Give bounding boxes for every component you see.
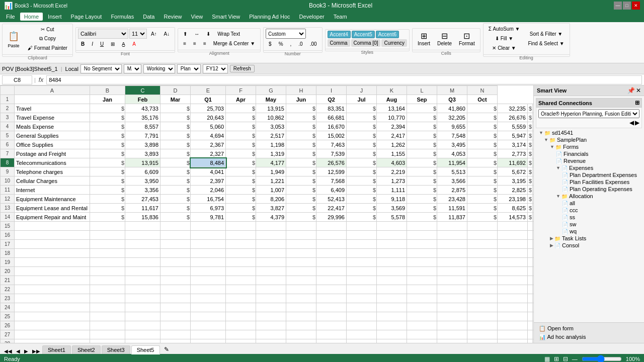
cell-sym-1-20[interactable] [160, 267, 191, 276]
cell-sym-5-19[interactable] [407, 258, 437, 267]
connection-dropdown[interactable]: Oracle® Hyperion Planning, Fusion Editio… [538, 109, 639, 118]
cell-6-28[interactable] [498, 339, 528, 343]
cell-sym-3-27[interactable] [286, 330, 316, 339]
cell-sym-7-22[interactable] [528, 285, 533, 294]
cell-sym-4-17[interactable] [347, 240, 377, 249]
cell-6-24[interactable] [498, 303, 528, 312]
cell-2-17[interactable] [256, 240, 286, 249]
cell-sym-b6[interactable]: $ [90, 140, 125, 149]
tab-sheet3[interactable]: Sheet3 [102, 345, 130, 354]
tree-sd14541[interactable]: ▼ 📁 sd14541 [537, 129, 641, 136]
cell-sym-1-28[interactable] [160, 339, 191, 343]
row-num-20[interactable]: 20 [1, 267, 15, 276]
row-num-26[interactable]: 26 [1, 321, 15, 330]
cell-g12[interactable]: 23,428 [437, 195, 467, 204]
cell-a9[interactable]: Telephone charges [15, 167, 90, 176]
cell-sym-1-17[interactable] [160, 240, 191, 249]
cell-0-21[interactable] [125, 276, 160, 285]
cell-4-17[interactable] [377, 240, 407, 249]
cell-a11[interactable]: Internet [15, 186, 90, 195]
cell-sym-3-25[interactable] [286, 312, 316, 321]
cell-sym-7-20[interactable] [528, 267, 533, 276]
cell-sym-c13[interactable]: $ [160, 204, 191, 213]
cell-f10[interactable]: 1,273 [377, 176, 407, 186]
cell-d6[interactable]: 1,198 [256, 140, 286, 149]
cell-sym-7-17[interactable] [528, 240, 533, 249]
maximize-btn[interactable]: □ [623, 2, 631, 10]
cell-4-25[interactable] [377, 312, 407, 321]
fill-color-btn[interactable]: A̲ [119, 40, 128, 48]
cell-sym-f7[interactable]: $ [347, 149, 377, 158]
cell-6-21[interactable] [498, 276, 528, 285]
row-num-19[interactable]: 19 [1, 258, 15, 267]
row-num-10[interactable]: 10 [1, 176, 15, 186]
cell-2-26[interactable] [256, 321, 286, 330]
cell-sym-h13[interactable]: $ [467, 204, 498, 213]
cell-1-25[interactable] [191, 312, 226, 321]
cell-sym-e7[interactable]: $ [286, 149, 316, 158]
cell-c9[interactable]: 4,041 [191, 167, 226, 176]
cell-sym-b12[interactable]: $ [90, 195, 125, 204]
tree-plan-op-exp[interactable]: 📄 Plan Operating Expenses [537, 186, 641, 193]
cell-sym-i5[interactable]: $ [528, 131, 533, 140]
cell-sym-i11[interactable]: $ [528, 186, 533, 195]
cell-sym-f2[interactable]: $ [347, 104, 377, 113]
cell-sym-0-23[interactable] [90, 294, 125, 303]
cell-sym-c3[interactable]: $ [160, 113, 191, 122]
cell-sym-c14[interactable]: $ [160, 213, 191, 222]
cell-h10[interactable]: 3,195 [498, 176, 528, 186]
cell-sym-g12[interactable]: $ [407, 195, 437, 204]
cell-5-18[interactable] [437, 249, 467, 258]
cell-4-21[interactable] [377, 276, 407, 285]
dec-increase-btn[interactable]: .0 [295, 40, 305, 48]
menu-file[interactable]: File [2, 13, 19, 21]
cell-a15[interactable] [15, 222, 90, 231]
tree-plan-dept-exp[interactable]: 📄 Plan Department Expenses [537, 171, 641, 178]
col-header-e[interactable]: E [191, 86, 226, 95]
normal-view-btn[interactable]: ▦ [544, 355, 550, 362]
row-num-6[interactable]: 6 [1, 140, 15, 149]
cell-sym-d9[interactable]: $ [226, 167, 256, 176]
cell-0-18[interactable] [125, 249, 160, 258]
cell-sym-g6[interactable]: $ [407, 140, 437, 149]
cell-b4[interactable]: 8,557 [125, 122, 160, 131]
cell-a1[interactable] [15, 95, 90, 104]
cell-4-19[interactable] [377, 258, 407, 267]
cell-1-22[interactable] [191, 285, 226, 294]
border-btn[interactable]: ⊞ [108, 40, 118, 48]
font-shrink-btn[interactable]: A↓ [161, 30, 173, 38]
cell-sym-1-27[interactable] [160, 330, 191, 339]
cell-sym-c8[interactable]: $ [160, 158, 191, 167]
cell-4-20[interactable] [377, 267, 407, 276]
cell-d5[interactable]: 2,517 [256, 131, 286, 140]
cell-sym-3-22[interactable] [286, 285, 316, 294]
row-num-22[interactable]: 22 [1, 285, 15, 294]
menu-data[interactable]: Data [139, 13, 158, 21]
cell-sym-1-26[interactable] [160, 321, 191, 330]
currency-btn[interactable]: $ [266, 40, 275, 48]
tree-sampleplan[interactable]: ▼ 📁 SamplePlan [537, 136, 641, 143]
menu-view[interactable]: View [187, 13, 207, 21]
tree-forms[interactable]: ▼ 📁 Forms [537, 143, 641, 150]
cell-sym-g5[interactable]: $ [407, 131, 437, 140]
cell-sym-7-21[interactable] [528, 276, 533, 285]
cell-g6[interactable]: 3,495 [437, 140, 467, 149]
menu-page-layout[interactable]: Page Layout [67, 13, 106, 21]
cell-g3[interactable]: 32,205 [437, 113, 467, 122]
cell-sym-g10[interactable]: $ [407, 176, 437, 186]
cell-sym-5-26[interactable] [407, 321, 437, 330]
cell-6-19[interactable] [498, 258, 528, 267]
cell-1-19[interactable] [191, 258, 226, 267]
cell-sym-0-24[interactable] [90, 303, 125, 312]
cell-sym-3-24[interactable] [286, 303, 316, 312]
bold-btn[interactable]: B [78, 40, 88, 48]
cell-0-22[interactable] [125, 285, 160, 294]
cell-sym-7-27[interactable] [528, 330, 533, 339]
cell-sym-f8[interactable]: $ [347, 158, 377, 167]
cell-1-18[interactable] [191, 249, 226, 258]
cell-1-17[interactable] [191, 240, 226, 249]
row-num-4[interactable]: 4 [1, 122, 15, 131]
cell-i1[interactable]: Q2 [316, 95, 347, 104]
cell-sym-d5[interactable]: $ [226, 131, 256, 140]
cell-a25[interactable] [15, 312, 90, 321]
